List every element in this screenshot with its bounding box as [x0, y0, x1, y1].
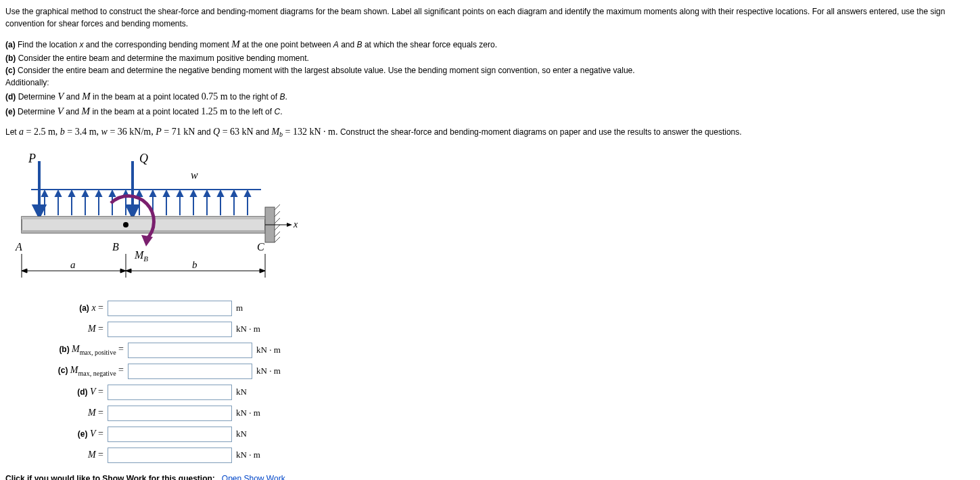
- part-c: (c) Consider the entire beam and determi…: [5, 64, 975, 77]
- svg-marker-24: [191, 191, 196, 196]
- show-work-prefix: Click if you would like to Show Work for…: [5, 474, 215, 480]
- open-show-work-link[interactable]: Open Show Work: [222, 474, 285, 480]
- svg-rect-41: [22, 217, 265, 219]
- svg-marker-30: [231, 191, 237, 196]
- part-a-prefix: (a): [5, 40, 16, 49]
- svg-text:b: b: [192, 259, 197, 270]
- answer-inputs: (a) x = m M = kN · m (b) Mmax, positive …: [5, 301, 975, 463]
- part-e-prefix: (e): [5, 107, 16, 116]
- input-d-M[interactable]: [108, 406, 232, 421]
- svg-text:MB: MB: [134, 249, 148, 263]
- unit-kN: kN: [232, 387, 247, 397]
- svg-line-49: [275, 237, 280, 242]
- svg-text:a: a: [70, 259, 76, 270]
- svg-marker-26: [204, 191, 210, 196]
- unit-kNm: kN · m: [232, 324, 260, 334]
- unit-m: m: [232, 303, 243, 313]
- input-b[interactable]: [128, 343, 252, 358]
- parts-list: (a) Find the location x and the correspo…: [5, 37, 975, 119]
- part-d: (d) Determine V and M in the beam at a p…: [5, 89, 975, 104]
- row-a-M: M = kN · m: [5, 322, 975, 337]
- svg-line-47: [275, 225, 280, 230]
- svg-marker-8: [83, 191, 88, 196]
- show-work-line: Click if you would like to Show Work for…: [5, 474, 975, 480]
- svg-text:A: A: [15, 241, 22, 253]
- input-a-x[interactable]: [108, 301, 232, 316]
- input-a-M[interactable]: [108, 322, 232, 337]
- row-e-V: (e) V = kN: [5, 427, 975, 442]
- row-c: (c) Mmax, negative = kN · m: [5, 364, 975, 379]
- svg-marker-12: [110, 191, 115, 196]
- svg-marker-18: [150, 191, 156, 196]
- svg-text:Q: Q: [139, 152, 148, 165]
- unit-kNm: kN · m: [232, 450, 260, 460]
- unit-kNm: kN · m: [252, 345, 281, 355]
- svg-marker-20: [164, 191, 169, 196]
- part-b-prefix: (b): [5, 53, 16, 63]
- svg-marker-32: [245, 191, 250, 196]
- svg-text:C: C: [257, 241, 264, 253]
- row-d-M: M = kN · m: [5, 406, 975, 421]
- svg-text:B: B: [112, 241, 119, 253]
- svg-text:x: x: [293, 219, 298, 230]
- row-d-V: (d) V = kN: [5, 385, 975, 400]
- svg-marker-10: [96, 191, 101, 196]
- input-d-V[interactable]: [108, 385, 232, 400]
- svg-marker-35: [34, 206, 45, 217]
- unit-kNm: kN · m: [232, 408, 260, 418]
- part-b: (b) Consider the entire beam and determi…: [5, 52, 975, 64]
- part-a: (a) Find the location x and the correspo…: [5, 37, 975, 52]
- svg-line-44: [275, 204, 280, 210]
- beam-figure: w P Q: [11, 149, 975, 284]
- svg-marker-67: [260, 269, 265, 273]
- part-d-prefix: (d): [5, 92, 16, 102]
- row-a-x: (a) x = m: [5, 301, 975, 316]
- svg-line-45: [275, 211, 280, 217]
- svg-point-53: [123, 222, 129, 227]
- svg-marker-28: [218, 191, 223, 196]
- svg-text:P: P: [28, 152, 36, 165]
- svg-marker-51: [287, 223, 292, 227]
- input-e-V[interactable]: [108, 427, 232, 442]
- svg-marker-6: [69, 191, 74, 196]
- additionally: Additionally:: [5, 77, 975, 89]
- parameter-values: Let a = 2.5 m, b = 3.4 m, w = 36 kN/m, P…: [5, 125, 975, 139]
- svg-marker-22: [177, 191, 183, 196]
- svg-marker-2: [42, 191, 47, 196]
- part-c-prefix: (c): [5, 66, 16, 75]
- unit-kNm: kN · m: [252, 366, 281, 376]
- row-b: (b) Mmax, positive = kN · m: [5, 343, 975, 358]
- svg-rect-42: [22, 230, 265, 233]
- svg-line-46: [275, 218, 280, 223]
- svg-marker-38: [127, 206, 138, 217]
- svg-marker-16: [137, 191, 142, 196]
- input-e-M[interactable]: [108, 448, 232, 463]
- svg-text:w: w: [191, 169, 198, 181]
- part-e: (e) Determine V and M in the beam at a p…: [5, 104, 975, 119]
- unit-kN: kN: [232, 429, 247, 439]
- row-e-M: M = kN · m: [5, 448, 975, 463]
- svg-marker-63: [22, 269, 27, 273]
- svg-marker-4: [55, 191, 61, 196]
- input-c[interactable]: [128, 364, 252, 379]
- problem-intro: Use the graphical method to construct th…: [5, 5, 975, 30]
- svg-line-48: [275, 232, 280, 237]
- svg-marker-54: [141, 235, 153, 246]
- svg-marker-66: [126, 269, 131, 273]
